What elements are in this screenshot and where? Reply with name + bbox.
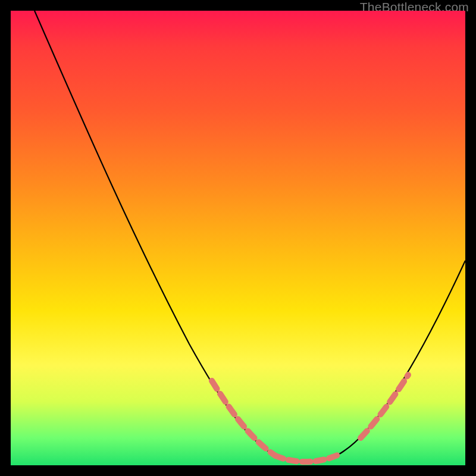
highlight-dots	[212, 375, 408, 462]
curve-layer	[11, 11, 465, 465]
right-arm-dots	[361, 375, 408, 438]
plot-area	[11, 11, 465, 465]
valley-dots	[275, 453, 341, 462]
left-arm-dots	[212, 381, 275, 456]
chart-frame: TheBottleneck.com	[0, 0, 476, 476]
bottleneck-curve	[35, 11, 465, 462]
